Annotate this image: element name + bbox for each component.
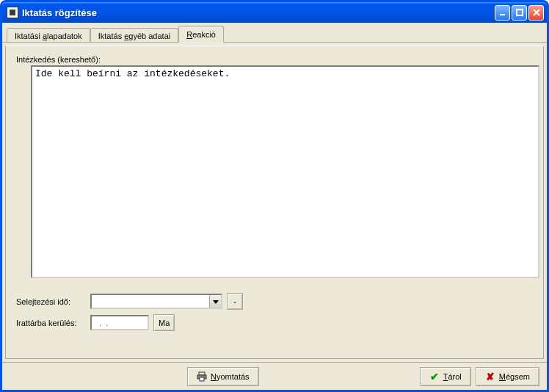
selejtezesi-label: Selejtezési idő:: [16, 297, 86, 306]
app-icon: [7, 7, 18, 18]
intezkedes-textarea[interactable]: [31, 65, 539, 278]
selejtezesi-combo[interactable]: [90, 294, 222, 309]
svg-rect-2: [199, 372, 205, 375]
irattarba-label: Irattárba kerülés:: [16, 319, 86, 327]
button-bar: Nyomtatás ✔ Tárol ✘ Mégsem: [2, 362, 547, 390]
intezkedes-label: Intézkedés (kereshető):: [16, 55, 533, 64]
svg-rect-0: [500, 14, 505, 15]
selejtezesi-clear-button[interactable]: -: [227, 293, 243, 310]
selejtezesi-row: Selejtezési idő: -: [16, 293, 533, 310]
svg-rect-4: [200, 377, 204, 381]
cancel-button[interactable]: ✘ Mégsem: [476, 367, 539, 386]
printer-icon: [197, 371, 207, 382]
irattarba-date-input[interactable]: [90, 315, 149, 330]
print-button[interactable]: Nyomtatás: [187, 367, 259, 386]
ma-button[interactable]: Ma: [153, 314, 175, 331]
maximize-button[interactable]: [512, 5, 527, 21]
tab-panel-reakcio: Intézkedés (kereshető): Selejtezési idő:…: [5, 46, 544, 359]
svg-rect-1: [517, 10, 523, 15]
tab-reakcio[interactable]: Reakció: [178, 26, 224, 43]
tab-alapadatok[interactable]: Iktatási alapadatok: [7, 28, 90, 43]
cross-icon: ✘: [485, 371, 495, 382]
close-button[interactable]: [528, 5, 544, 21]
titlebar: Iktatás rögzítése: [2, 2, 547, 23]
window-controls: [495, 5, 544, 21]
minimize-button[interactable]: [495, 5, 510, 21]
tab-egyeb-adatai[interactable]: Iktatás egyéb adatai: [90, 28, 178, 43]
dropdown-icon[interactable]: [209, 295, 221, 308]
check-icon: ✔: [429, 371, 440, 382]
save-button[interactable]: ✔ Tárol: [420, 367, 471, 386]
app-window: Iktatás rögzítése Iktatási alapadatok Ik…: [0, 0, 549, 392]
window-title: Iktatás rögzítése: [22, 7, 495, 18]
client-area: Iktatási alapadatok Iktatás egyéb adatai…: [2, 23, 547, 390]
irattarba-row: Irattárba kerülés: Ma: [16, 314, 533, 331]
selejtezesi-input[interactable]: [92, 295, 209, 308]
tab-strip: Iktatási alapadatok Iktatás egyéb adatai…: [2, 23, 547, 43]
